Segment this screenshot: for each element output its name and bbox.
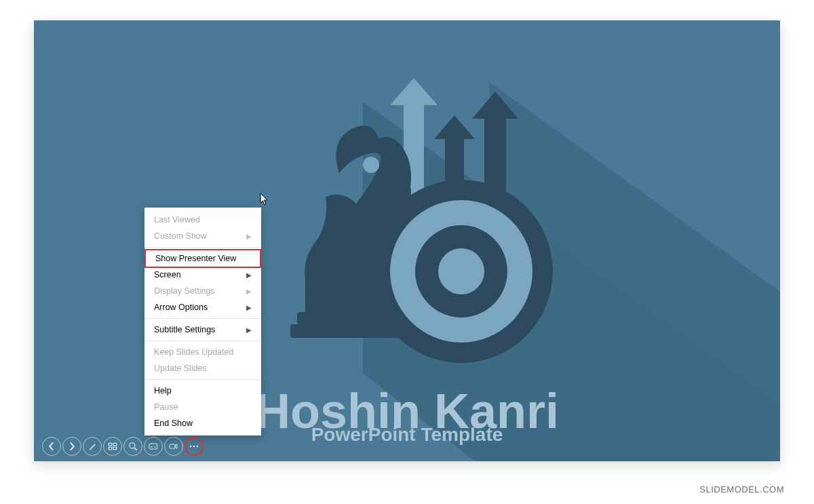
camera-button[interactable]: [164, 437, 183, 456]
magnifier-icon: [128, 442, 138, 451]
menu-pause: Pause: [144, 399, 261, 415]
svg-rect-13: [113, 443, 117, 446]
watermark: SLIDEMODEL.COM: [699, 484, 784, 495]
see-all-slides-button[interactable]: [103, 437, 122, 456]
grid-icon: [108, 442, 117, 451]
chevron-right-icon: ▶: [246, 271, 252, 279]
svg-point-16: [130, 443, 135, 448]
presentation-slide: Hoshin Kanri PowerPoint Template Last Vi…: [34, 20, 780, 461]
more-icon: [189, 442, 199, 451]
menu-end-show[interactable]: End Show: [144, 415, 261, 431]
chevron-right-icon: ▶: [246, 233, 252, 240]
menu-label: Subtitle Settings: [154, 325, 215, 334]
svg-point-24: [197, 446, 199, 448]
menu-label: Show Presenter View: [155, 254, 236, 263]
slideshow-toolbar: [42, 437, 204, 456]
svg-rect-15: [113, 447, 117, 450]
chevron-left-icon: [47, 442, 56, 451]
menu-label: Display Settings: [154, 286, 215, 296]
zoom-button[interactable]: [123, 437, 142, 456]
menu-label: Help: [154, 386, 172, 395]
menu-separator: [144, 247, 261, 248]
svg-point-22: [190, 446, 192, 448]
screenshot-frame: Hoshin Kanri PowerPoint Template Last Vi…: [34, 20, 780, 461]
menu-update-slides: Update Slides: [144, 360, 261, 376]
menu-label: Last Viewed: [154, 215, 200, 225]
menu-separator: [144, 341, 261, 341]
subtitle-toggle-button[interactable]: [144, 437, 163, 456]
menu-label: Keep Slides Updated: [154, 347, 233, 357]
more-options-button[interactable]: [185, 437, 204, 456]
menu-separator: [144, 318, 261, 319]
menu-display-settings: Display Settings ▶: [144, 283, 261, 299]
camera-icon: [169, 442, 178, 451]
menu-keep-slides-updated: Keep Slides Updated: [144, 344, 261, 360]
menu-help[interactable]: Help: [144, 383, 261, 399]
menu-label: End Show: [154, 419, 193, 428]
menu-last-viewed: Last Viewed: [144, 212, 261, 228]
chevron-right-icon: [67, 442, 77, 451]
svg-point-5: [363, 157, 379, 173]
subtitle-icon: [149, 442, 158, 451]
chevron-right-icon: ▶: [246, 288, 252, 295]
menu-label: Arrow Options: [154, 303, 208, 312]
menu-label: Update Slides: [154, 364, 207, 373]
chevron-right-icon: ▶: [246, 326, 252, 334]
next-slide-button[interactable]: [62, 437, 81, 456]
menu-subtitle-settings[interactable]: Subtitle Settings ▶: [144, 322, 261, 338]
slide-subtitle: PowerPoint Template: [311, 424, 503, 446]
chevron-right-icon: ▶: [246, 304, 252, 311]
pen-tool-button[interactable]: [83, 437, 102, 456]
pen-icon: [88, 442, 97, 451]
svg-point-23: [193, 446, 195, 448]
svg-line-17: [134, 448, 137, 450]
menu-screen[interactable]: Screen ▶: [144, 267, 261, 283]
prev-slide-button[interactable]: [42, 437, 61, 456]
menu-label: Pause: [154, 402, 178, 412]
svg-rect-18: [149, 444, 157, 449]
menu-label: Screen: [154, 270, 181, 279]
svg-rect-21: [170, 444, 175, 448]
menu-label: Custom Show: [154, 231, 207, 241]
slideshow-context-menu: Last Viewed Custom Show ▶ Show Presenter…: [144, 208, 261, 435]
menu-separator: [144, 379, 261, 380]
svg-rect-12: [109, 443, 112, 446]
menu-show-presenter-view[interactable]: Show Presenter View: [144, 249, 261, 268]
menu-custom-show: Custom Show ▶: [144, 228, 261, 244]
svg-rect-14: [109, 447, 112, 450]
menu-arrow-options[interactable]: Arrow Options ▶: [144, 299, 261, 315]
svg-point-11: [438, 248, 484, 294]
